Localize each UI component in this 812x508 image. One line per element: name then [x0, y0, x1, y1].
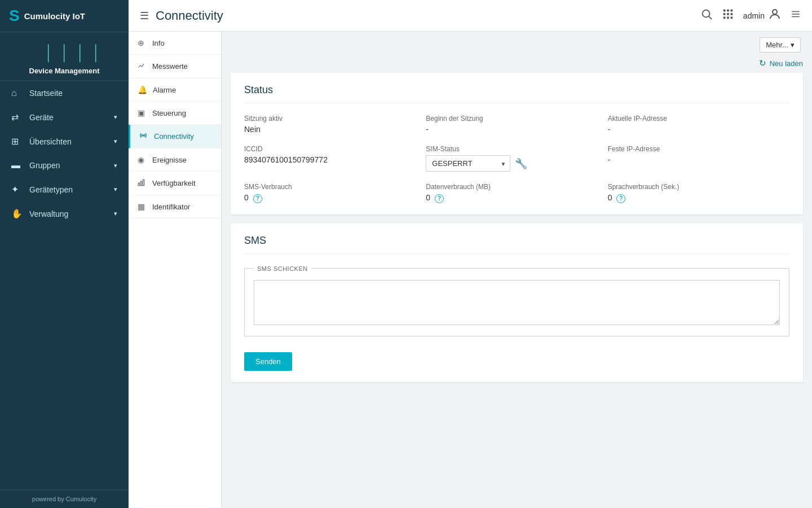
- datenverbrauch-help-icon[interactable]: ?: [435, 194, 444, 203]
- device-management-section: ⎹⎹⎹⎹ Device Management: [0, 32, 129, 81]
- chevron-down-icon: ▾: [114, 210, 117, 217]
- geraete-icon: ⇄: [11, 112, 23, 122]
- status-sitzung-aktiv: Sitzung aktiv Nein: [244, 115, 426, 134]
- chevron-down-icon: ▾: [114, 186, 117, 193]
- messwerte-icon: [138, 62, 147, 71]
- svg-rect-3: [727, 10, 729, 12]
- sms-verbrauch-value: 0 ?: [244, 193, 426, 203]
- sub-nav-item-connectivity[interactable]: Connectivity: [129, 125, 221, 148]
- sidebar-item-label: Startseite: [29, 89, 117, 98]
- sub-nav-label: Messwerte: [152, 62, 188, 71]
- steuerung-icon: ▣: [138, 108, 147, 117]
- status-sprachverbrauch: Sprachverbrauch (Sek.) 0 ?: [608, 183, 789, 203]
- iccid-label: ICCID: [244, 145, 426, 153]
- sidebar-item-geraetetypen[interactable]: ✦ Gerätetypen ▾: [0, 177, 129, 202]
- feste-ip-label: Feste IP-Adresse: [608, 145, 789, 153]
- aktuelle-ip-value: -: [608, 125, 789, 134]
- sub-nav-item-identifikator[interactable]: ▦ Identifikator: [129, 195, 221, 218]
- verwaltung-icon: ✋: [11, 208, 23, 219]
- svg-rect-14: [792, 16, 800, 17]
- sidebar-item-gruppen[interactable]: ▬ Gruppen ▾: [0, 154, 129, 177]
- verfuegbarkeit-icon: [138, 178, 147, 188]
- sub-sidebar: ⊕ Info Messwerte 🔔 Alarme ▣ Steuerung: [129, 32, 222, 508]
- sub-nav-label: Connectivity: [154, 132, 194, 141]
- svg-rect-8: [723, 17, 726, 19]
- sub-nav-label: Info: [152, 39, 165, 47]
- apps-icon[interactable]: [722, 8, 734, 23]
- status-beginn-sitzung: Beginn der Sitzung -: [426, 115, 607, 134]
- sidebar-item-label: Übersichten: [29, 137, 107, 146]
- sub-nav-item-verfuegbarkeit[interactable]: Verfügbarkeit: [129, 172, 221, 195]
- mehr-label: Mehr...: [766, 41, 788, 49]
- logo-icon: S: [9, 7, 20, 25]
- device-management-label: Device Management: [29, 67, 100, 75]
- topbar-settings-icon[interactable]: [791, 9, 801, 22]
- status-card-title: Status: [244, 84, 789, 103]
- wrench-icon[interactable]: 🔧: [515, 157, 527, 170]
- sim-status-row: GESPERRT AKTIV 🔧: [426, 155, 607, 172]
- sub-nav-item-alarme[interactable]: 🔔 Alarme: [129, 78, 221, 102]
- device-management-icon: ⎹⎹⎹⎹: [33, 42, 96, 63]
- status-card: Status Sitzung aktiv Nein Beginn der Sit…: [231, 73, 803, 214]
- user-menu[interactable]: admin: [743, 7, 782, 24]
- sub-nav-label: Identifikator: [152, 203, 190, 211]
- sms-verbrauch-help-icon[interactable]: ?: [253, 194, 262, 203]
- sim-status-select[interactable]: GESPERRT AKTIV: [426, 155, 510, 172]
- content-area: ⊕ Info Messwerte 🔔 Alarme ▣ Steuerung: [129, 32, 812, 508]
- sms-textarea[interactable]: [254, 280, 780, 325]
- datenverbrauch-value: 0 ?: [426, 193, 607, 203]
- page-content: Mehr... ▾ ↻ Neu laden Status Sitzung akt…: [222, 32, 812, 508]
- sidebar-item-uebersichten[interactable]: ⊞ Übersichten ▾: [0, 129, 129, 154]
- svg-point-15: [143, 135, 144, 136]
- sidebar-item-label: Gruppen: [29, 161, 107, 170]
- uebersichten-icon: ⊞: [11, 136, 23, 147]
- sub-nav-item-info[interactable]: ⊕ Info: [129, 32, 221, 55]
- sms-verbrauch-label: SMS-Verbrauch: [244, 183, 426, 191]
- main-area: ☰ Connectivity admin: [129, 0, 812, 508]
- sidebar-logo: S Cumulocity IoT: [0, 0, 129, 32]
- mehr-button[interactable]: Mehr... ▾: [760, 37, 801, 52]
- ereignisse-icon: ◉: [138, 155, 147, 164]
- sidebar-item-label: Verwaltung: [29, 209, 107, 218]
- iccid-value: 8934076100150799772: [244, 155, 426, 164]
- svg-rect-12: [792, 11, 800, 12]
- sub-nav-item-steuerung[interactable]: ▣ Steuerung: [129, 102, 221, 125]
- sidebar-footer: powered by Cumulocity: [0, 489, 129, 508]
- send-button[interactable]: Senden: [244, 352, 292, 371]
- sidebar: S Cumulocity IoT ⎹⎹⎹⎹ Device Management …: [0, 0, 129, 508]
- sim-status-label: SIM-Status: [426, 145, 607, 153]
- feste-ip-value: -: [608, 155, 789, 164]
- connectivity-icon: [139, 132, 148, 141]
- sidebar-item-label: Gerätetypen: [29, 185, 107, 194]
- geraetetypen-icon: ✦: [11, 184, 23, 195]
- sidebar-item-geraete[interactable]: ⇄ Geräte ▾: [0, 105, 129, 129]
- sms-fieldset: SMS SCHICKEN: [244, 265, 789, 336]
- alarme-icon: 🔔: [138, 85, 147, 94]
- chevron-down-icon: ▾: [114, 113, 117, 121]
- topbar: ☰ Connectivity admin: [129, 0, 812, 32]
- svg-rect-5: [723, 13, 726, 15]
- sitzung-aktiv-label: Sitzung aktiv: [244, 115, 426, 122]
- status-sms-verbrauch: SMS-Verbrauch 0 ?: [244, 183, 426, 203]
- search-icon[interactable]: [700, 8, 713, 23]
- svg-rect-16: [138, 183, 139, 186]
- menu-icon[interactable]: ☰: [140, 10, 149, 22]
- info-icon: ⊕: [138, 38, 147, 47]
- sub-nav-item-ereignisse[interactable]: ◉ Ereignisse: [129, 148, 221, 172]
- reload-button[interactable]: ↻ Neu laden: [759, 58, 803, 68]
- svg-rect-10: [730, 17, 732, 19]
- sms-card: SMS SMS SCHICKEN Senden: [231, 224, 803, 382]
- svg-rect-9: [727, 17, 729, 19]
- sprachverbrauch-help-icon[interactable]: ?: [616, 194, 625, 203]
- sidebar-item-startseite[interactable]: ⌂ Startseite: [0, 81, 129, 105]
- svg-rect-6: [727, 13, 729, 15]
- status-datenverbrauch: Datenverbrauch (MB) 0 ?: [426, 183, 607, 203]
- user-label: admin: [743, 11, 765, 20]
- identifikator-icon: ▦: [138, 202, 147, 211]
- sidebar-item-verwaltung[interactable]: ✋ Verwaltung ▾: [0, 202, 129, 226]
- svg-rect-2: [723, 10, 726, 12]
- reload-label: Neu laden: [770, 59, 803, 68]
- sub-nav-item-messwerte[interactable]: Messwerte: [129, 55, 221, 78]
- beginn-sitzung-label: Beginn der Sitzung: [426, 115, 607, 122]
- beginn-sitzung-value: -: [426, 125, 607, 134]
